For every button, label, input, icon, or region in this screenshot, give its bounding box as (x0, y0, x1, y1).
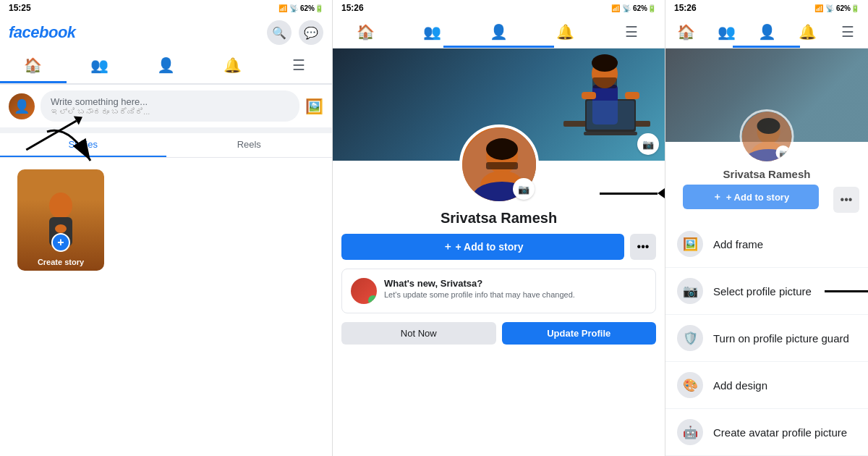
svg-rect-19 (486, 162, 518, 169)
add-story-label-small: + Add to story (726, 192, 789, 203)
sim-icon: 📶 (278, 4, 287, 12)
add-story-row-small: ＋ + Add to story ••• (665, 185, 868, 221)
dimmed-cover: 📷 (665, 48, 868, 142)
nav-friends[interactable]: 👥 (67, 49, 133, 83)
menu-item-create-avatar[interactable]: 🤖 Create avatar profile picture (665, 409, 868, 456)
status-bar-2: 15:26 📶 📡 62%🔋 (333, 0, 665, 16)
select-profile-arrow (825, 286, 868, 296)
search-button[interactable]: 🔍 (267, 20, 292, 45)
avatar-icon-menu: 🤖 (677, 419, 703, 445)
menu-item-turn-on-guard[interactable]: 🛡️ Turn on profile picture guard (665, 315, 868, 362)
header-action-icons: 🔍 💬 (267, 20, 323, 45)
arrow-tip-2 (658, 188, 665, 198)
update-profile-button[interactable]: Update Profile (502, 322, 657, 345)
wifi-icon-2: 📡 (622, 4, 631, 12)
svg-point-1 (49, 193, 72, 219)
messenger-button[interactable]: 💬 (299, 20, 323, 45)
select-profile-label: Select profile picture (713, 285, 812, 297)
more-btn-small[interactable]: ••• (833, 187, 859, 213)
nav-bar-2: 🏠 👥 👤 🔔 ☰ (333, 16, 665, 48)
photo-video-icon[interactable]: 🖼️ (305, 98, 323, 115)
nav-friends-3[interactable]: 👥 (706, 16, 746, 48)
nav-menu-2[interactable]: ☰ (598, 16, 665, 48)
user-avatar-composer[interactable]: 👤 (9, 93, 35, 119)
nav-home-2[interactable]: 🏠 (333, 16, 399, 48)
nav-notifications[interactable]: 🔔 (199, 49, 265, 83)
nav-bar-3: 🏠 👥 👤 🔔 ☰ (665, 16, 868, 48)
nav-profile-2[interactable]: 👤 (466, 16, 532, 48)
profile-picture-menu: 🖼️ Add frame 📷 Select profile picture 🛡️… (665, 221, 868, 456)
nav-friends-2[interactable]: 👥 (399, 16, 466, 48)
guard-icon: 🛡️ (677, 325, 703, 351)
design-icon: 🎨 (677, 372, 703, 398)
wifi-icon: 📡 (289, 4, 298, 12)
battery-icon: 62%🔋 (300, 4, 323, 12)
nav-menu[interactable]: ☰ (265, 49, 332, 83)
arrow-line-2 (600, 193, 658, 195)
menu-item-select-profile-picture[interactable]: 📷 Select profile picture (665, 268, 868, 315)
status-bar-1: 15:25 📶 📡 62%🔋 (0, 0, 332, 16)
create-story-label: Create story (17, 258, 104, 266)
svg-point-24 (757, 118, 780, 134)
composer-subtext: ಇಲ್ಲಿ ಬನಾದರೂ ಬರೆಯಿರಿ... (51, 107, 289, 116)
nav-home-3[interactable]: 🏠 (665, 16, 706, 48)
nav-notif-2[interactable]: 🔔 (532, 16, 598, 48)
svg-rect-13 (582, 92, 596, 99)
composer-placeholder: Write something here... (51, 96, 289, 107)
add-story-plus: + (51, 233, 70, 252)
profile-pic-wrapper: 📷 (459, 124, 539, 204)
nav-profile-3[interactable]: 👤 (746, 16, 787, 48)
more-options-button[interactable]: ••• (630, 234, 656, 260)
arrow-line-3 (825, 290, 868, 292)
nav-active-indicator-3 (733, 46, 800, 48)
avatar-label: Create avatar profile picture (713, 426, 847, 439)
add-frame-label: Add frame (713, 238, 763, 250)
add-story-label: + Add to story (456, 241, 524, 253)
profile-name: Srivatsa Ramesh (333, 210, 665, 227)
nav-home[interactable]: 🏠 (0, 49, 67, 83)
whats-new-content: What's new, Srivatsa? Let's update some … (384, 278, 575, 299)
create-story-card[interactable]: + Create story (17, 169, 104, 271)
tab-reels[interactable]: Reels (166, 133, 333, 157)
nav-active-indicator (443, 46, 554, 48)
panel-facebook-home: 15:25 📶 📡 62%🔋 facebook 🔍 💬 🏠 👥 👤 🔔 ☰ 👤 … (0, 0, 333, 456)
whats-new-icon (351, 278, 377, 304)
avatar-icon: 👤 (14, 98, 30, 114)
battery-icon-2: 62%🔋 (633, 4, 656, 12)
profile-action-buttons: ＋ + Add to story ••• (333, 234, 665, 260)
tab-stories[interactable]: Stories (0, 133, 166, 157)
profile-camera-button[interactable]: 📷 (513, 178, 535, 200)
nav-notif-3[interactable]: 🔔 (787, 16, 827, 48)
svg-point-11 (592, 54, 618, 72)
add-to-story-button[interactable]: ＋ + Add to story (341, 234, 624, 260)
nav-profile[interactable]: 👤 (133, 49, 200, 83)
sim-icon-3: 📶 (814, 4, 823, 12)
design-label: Add design (713, 379, 767, 392)
not-now-button[interactable]: Not Now (341, 322, 496, 345)
profile-update-actions: Not Now Update Profile (333, 313, 665, 353)
plus-small: ＋ (712, 190, 722, 203)
profile-pic-small: 📷 (740, 109, 794, 164)
composer-input[interactable]: Write something here... ಇಲ್ಲಿ ಬನಾದರೂ ಬರೆ… (41, 90, 299, 122)
status-icons-2: 📶 📡 62%🔋 (611, 4, 656, 12)
status-bar-3: 15:26 📶 📡 62%🔋 (665, 0, 868, 16)
plus-icon: ＋ (443, 240, 453, 253)
post-composer: 👤 Write something here... ಇಲ್ಲಿ ಬನಾದರೂ ಬ… (0, 85, 332, 133)
sim-icon-2: 📶 (611, 4, 620, 12)
battery-icon-3: 62%🔋 (836, 4, 859, 12)
nav-menu-3[interactable]: ☰ (827, 16, 868, 48)
time-3: 15:26 (674, 3, 697, 13)
menu-item-add-design[interactable]: 🎨 Add design (665, 362, 868, 409)
guard-label: Turn on profile picture guard (713, 332, 849, 345)
time-1: 15:25 (9, 3, 31, 13)
profile-cam-arrow (600, 188, 665, 198)
whats-new-desc: Let's update some profile info that may … (384, 290, 575, 299)
add-story-button-small[interactable]: ＋ + Add to story (683, 185, 819, 209)
stories-row: + Create story (0, 158, 332, 282)
status-icons-1: 📶 📡 62%🔋 (278, 4, 323, 12)
nav-bar-1: 🏠 👥 👤 🔔 ☰ (0, 49, 332, 85)
menu-item-add-frame[interactable]: 🖼️ Add frame (665, 221, 868, 268)
svg-point-18 (486, 138, 518, 160)
svg-point-3 (55, 224, 67, 233)
facebook-logo: facebook (9, 23, 76, 42)
